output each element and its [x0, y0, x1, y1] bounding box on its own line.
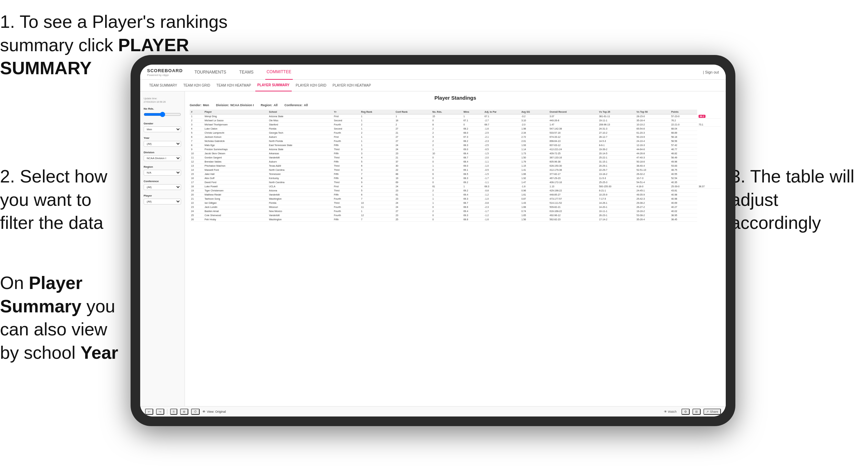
table-cell: East Tennessee State [268, 143, 333, 147]
gender-select[interactable]: Men [144, 126, 181, 132]
table-cell: 0 [431, 180, 462, 185]
player-label: Player [144, 194, 181, 197]
watch-button[interactable]: 👁 Watch [662, 409, 679, 414]
clock-button[interactable]: ⏱ [191, 409, 200, 415]
table-cell: Arizona [268, 189, 333, 193]
table-cell: 1 [360, 127, 394, 131]
table-row: 7Nicholas GabrelcikNorth FloridaFourth12… [190, 139, 721, 143]
copy-button[interactable]: ⎘ [170, 409, 177, 415]
table-cell: Fourth [333, 213, 360, 218]
table-cell: 4-18-0 [635, 185, 670, 189]
table-cell: 381-61-11 [598, 114, 635, 119]
table-cell: 69.3 [462, 197, 483, 201]
update-time: Update time: 27/03/2024 16:56:26 [144, 97, 181, 104]
subnav-team-summary[interactable]: TEAM SUMMARY [147, 80, 179, 91]
table-cell: Third [333, 201, 360, 205]
table-cell: Texas A&M [268, 164, 333, 168]
table-cell: 5 [360, 160, 394, 164]
region-select[interactable]: N/A [144, 170, 181, 176]
table-cell: 8-6-1 [598, 143, 635, 147]
table-cell: -0.8 [483, 201, 520, 205]
conference-select[interactable]: (All) [144, 184, 181, 190]
table-cell: 19 [190, 189, 203, 193]
table-cell: Jake Hall [203, 172, 267, 176]
table-cell: 23 [394, 213, 431, 218]
table-cell: 2 [431, 139, 462, 143]
bottom-pre: On [0, 273, 29, 293]
table-cell: 674-33-12 [548, 135, 598, 139]
table-cell: 68.04 [670, 127, 697, 131]
table-cell: 2 [431, 131, 462, 135]
nav-committee[interactable]: COMMITTEE [265, 65, 293, 80]
app-chrome: SCOREBOARD Powered by clippi TOURNAMENTS… [140, 65, 726, 416]
subnav-player-h2h-heatmap[interactable]: PLAYER H2H HEATMAP [331, 80, 373, 91]
table-cell: 533-57-16 [548, 131, 598, 135]
subnav-team-h2h-heatmap[interactable]: TEAM H2H HEATMAP [214, 80, 253, 91]
step3-text: 3. The table will adjust accordingly [731, 166, 854, 233]
table-row: 10Jacob Skov OlesenArkansasFifth3231068.… [190, 152, 721, 156]
table-row: 17David FordNorth CarolinaThird969069.2-… [190, 180, 721, 185]
table-cell: 1.47 [548, 123, 598, 127]
table-row: 23Jack LundinMissouriFourth1124068.6-2.3… [190, 205, 721, 209]
watch-icon: 👁 [664, 410, 667, 413]
table-cell: North Florida [268, 139, 333, 143]
subnav-team-h2h-grid[interactable]: TEAM H2H GRID [181, 80, 212, 91]
grid-button[interactable]: ⊞ [692, 409, 701, 415]
table-cell: 10-7-3 [635, 176, 670, 180]
table-cell: 8 [190, 143, 203, 147]
logo-area: SCOREBOARD Powered by clippi [147, 67, 183, 77]
table-cell: Stanford [268, 123, 333, 127]
sign-out-link[interactable]: | Sign out [703, 70, 719, 74]
year-select[interactable]: (All) [144, 141, 181, 147]
table-title: Player Standings [190, 95, 721, 101]
table-cell: Fifth [333, 218, 360, 222]
player-select[interactable]: (All) [144, 199, 181, 204]
table-cell: 12 [360, 213, 394, 218]
conference-filter: Conference (All) [144, 180, 181, 190]
nav-teams[interactable]: TEAMS [238, 65, 255, 80]
table-cell: Missouri [268, 205, 333, 209]
table-cell: 50-19-9 [635, 135, 670, 139]
table-cell: 1 [360, 143, 394, 147]
table-cell: 29-38-2 [635, 201, 670, 205]
table-cell: 7 [190, 139, 203, 143]
table-cell: First [333, 185, 360, 189]
no-rds-slider[interactable] [144, 112, 181, 117]
table-cell: 68.3 [483, 185, 520, 189]
table-cell: 3.10 [520, 119, 548, 123]
region-filter: Region N/A [144, 165, 181, 176]
table-cell: 467-29-23 [548, 176, 598, 180]
gender-chip: Gender: Men [190, 103, 209, 107]
table-row: 22Ian GilliganFloridaThird1024168.7-0.81… [190, 201, 721, 205]
table-row: 5Christo LamprechtGeorgia TechFourth2212… [190, 131, 721, 135]
table-cell: 1 [360, 135, 394, 139]
paste-button[interactable]: ⊕ [180, 409, 188, 415]
settings-button[interactable]: ⚙ [681, 409, 690, 415]
table-cell: 26-23-1 [598, 213, 635, 218]
table-cell: 1.13 [548, 185, 598, 189]
nav-tournaments[interactable]: TOURNAMENTS [193, 65, 227, 80]
table-cell: 11 [190, 156, 203, 160]
subnav-player-summary[interactable]: PLAYER SUMMARY [255, 80, 292, 91]
table-cell: 68.7 [483, 123, 520, 127]
table-cell: 52.54 [670, 176, 697, 180]
table-cell: Vanderbilt [268, 213, 333, 218]
subnav-player-h2h-grid[interactable]: PLAYER H2H GRID [294, 80, 329, 91]
table-cell: 38.37 [697, 185, 721, 189]
table-cell: Fourth [333, 197, 360, 201]
table-cell: 2 [431, 127, 462, 131]
table-row: 6Jackson KoivunAuburnFirst127367.3-2.12.… [190, 135, 721, 139]
division-select[interactable]: NCAA Division I [144, 155, 181, 161]
undo-button[interactable]: ↩ [145, 409, 153, 415]
app-logo: SCOREBOARD [147, 68, 183, 73]
redo-button[interactable]: ↪ [156, 409, 164, 415]
table-cell: 1.14 [520, 147, 548, 152]
view-selector[interactable]: 👁 View: Original [202, 410, 226, 413]
table-cell: 58.56 [670, 139, 697, 143]
table-cell: 69.0 [462, 147, 483, 152]
share-button[interactable]: ↗ Share [703, 409, 721, 415]
table-cell: 547-142-38 [548, 127, 598, 131]
table-cell: 73.1 [697, 123, 721, 127]
table-cell: 52-51-10 [635, 168, 670, 172]
table-row: 15Jake HallTennesseeFifth788668.5-1.51.6… [190, 172, 721, 176]
